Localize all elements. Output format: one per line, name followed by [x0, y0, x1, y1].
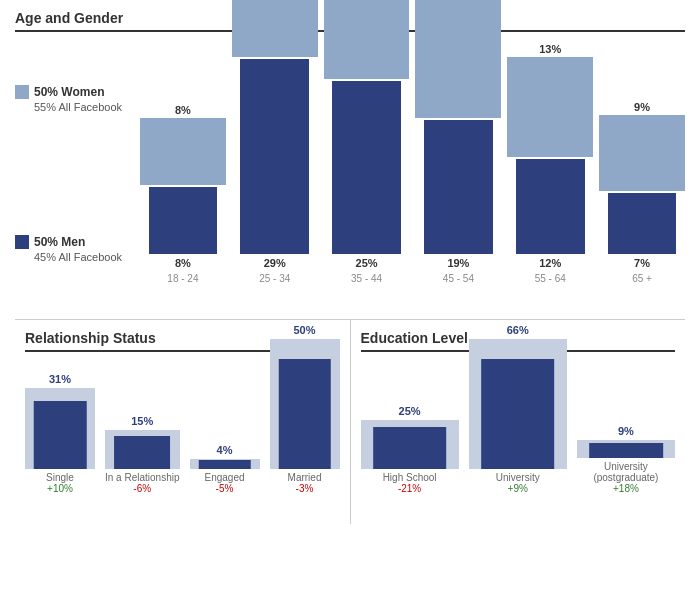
edu-bar-group-0: 25%High School-21% [361, 405, 459, 494]
women-pct-0: 8% [175, 104, 191, 116]
men-pct-1: 29% [264, 257, 286, 269]
women-swatch [15, 85, 29, 99]
edu-fg-bar-1 [481, 359, 555, 470]
women-bar-4 [507, 57, 593, 157]
rel-name-3: Married [288, 472, 322, 483]
women-legend-label: 50% Women [15, 85, 125, 99]
men-pct-4: 12% [539, 257, 561, 269]
rel-bar-group-3: 50%Married-3% [270, 324, 340, 494]
ag-legend: 50% Women 55% All Facebook 50% Men 45% A… [15, 44, 125, 304]
age-label-2: 35 - 44 [351, 273, 382, 284]
ag-chart: 8%8%18 - 2426%29%25 - 3424%25%35 - 4419%… [140, 44, 685, 304]
rel-bar-group-2: 4%Engaged-5% [190, 444, 260, 494]
women-sublabel: 55% All Facebook [34, 101, 125, 113]
women-label-text: 50% Women [34, 85, 104, 99]
edu-pct-1: 66% [507, 324, 529, 336]
age-label-1: 25 - 34 [259, 273, 290, 284]
men-legend-item: 50% Men 45% All Facebook [15, 235, 125, 263]
education-section: Education Level 25%High School-21%66%Uni… [351, 320, 686, 524]
men-pct-3: 19% [447, 257, 469, 269]
relationship-section: Relationship Status 31%Single+10%15%In a… [15, 320, 351, 524]
rel-change-2: -5% [216, 483, 234, 494]
men-pct-2: 25% [356, 257, 378, 269]
women-pct-4: 13% [539, 43, 561, 55]
edu-bar-group-1: 66%University+9% [469, 324, 567, 494]
women-pct-5: 9% [634, 101, 650, 113]
men-legend-label: 50% Men [15, 235, 125, 249]
rel-bar-group-0: 31%Single+10% [25, 373, 95, 494]
edu-fg-bar-0 [373, 427, 447, 469]
age-group-0: 8%8%18 - 24 [140, 104, 226, 284]
rel-bg-bar-1 [105, 430, 180, 469]
rel-name-0: Single [46, 472, 74, 483]
age-gender-section: Age and Gender 50% Women 55% All Faceboo… [15, 10, 685, 304]
rel-name-2: Engaged [204, 472, 244, 483]
rel-pct-1: 15% [131, 415, 153, 427]
men-bar-2 [332, 81, 401, 254]
edu-change-1: +9% [508, 483, 528, 494]
women-bar-3 [415, 0, 501, 118]
rel-bar-group-1: 15%In a Relationship-6% [105, 415, 180, 494]
rel-change-3: -3% [296, 483, 314, 494]
edu-bg-bar-1 [469, 339, 567, 469]
men-swatch [15, 235, 29, 249]
rel-fg-bar-2 [198, 460, 251, 469]
age-label-5: 65 + [632, 273, 652, 284]
age-label-0: 18 - 24 [167, 273, 198, 284]
women-bar-0 [140, 118, 226, 185]
edu-bar-group-2: 9%University (postgraduate)+18% [577, 425, 675, 494]
education-chart: 25%High School-21%66%University+9%9%Univ… [361, 364, 676, 514]
men-sublabel: 45% All Facebook [34, 251, 125, 263]
men-bar-5 [608, 193, 677, 254]
men-bar-4 [516, 159, 585, 254]
women-legend-item: 50% Women 55% All Facebook [15, 85, 125, 113]
men-pct-5: 7% [634, 257, 650, 269]
edu-name-0: High School [383, 472, 437, 483]
age-group-1: 26%29%25 - 34 [232, 0, 318, 284]
age-label-4: 55 - 64 [535, 273, 566, 284]
edu-name-1: University [496, 472, 540, 483]
relationship-chart: 31%Single+10%15%In a Relationship-6%4%En… [25, 364, 340, 514]
edu-fg-bar-2 [589, 443, 663, 458]
edu-bg-bar-0 [361, 420, 459, 469]
edu-pct-2: 9% [618, 425, 634, 437]
rel-pct-0: 31% [49, 373, 71, 385]
edu-change-0: -21% [398, 483, 421, 494]
main-container: Age and Gender 50% Women 55% All Faceboo… [0, 0, 700, 534]
bottom-row: Relationship Status 31%Single+10%15%In a… [15, 319, 685, 524]
age-group-3: 19%19%45 - 54 [415, 0, 501, 284]
men-bar-0 [149, 187, 218, 254]
age-label-3: 45 - 54 [443, 273, 474, 284]
rel-pct-2: 4% [217, 444, 233, 456]
rel-bg-bar-3 [270, 339, 340, 469]
women-bar-2 [324, 0, 410, 79]
men-bar-3 [424, 120, 493, 254]
rel-fg-bar-0 [34, 401, 87, 470]
men-pct-0: 8% [175, 257, 191, 269]
men-bar-1 [240, 59, 309, 254]
rel-fg-bar-3 [278, 359, 331, 470]
women-bar-1 [232, 0, 318, 57]
age-group-4: 13%12%55 - 64 [507, 43, 593, 284]
edu-name-2: University (postgraduate) [577, 461, 675, 483]
age-group-2: 24%25%35 - 44 [324, 0, 410, 284]
ag-content: 50% Women 55% All Facebook 50% Men 45% A… [15, 44, 685, 304]
women-bar-5 [599, 115, 685, 191]
rel-name-1: In a Relationship [105, 472, 180, 483]
rel-fg-bar-1 [114, 436, 170, 469]
edu-pct-0: 25% [399, 405, 421, 417]
men-label-text: 50% Men [34, 235, 85, 249]
rel-change-1: -6% [133, 483, 151, 494]
edu-bg-bar-2 [577, 440, 675, 458]
age-group-5: 9%7%65 + [599, 101, 685, 284]
rel-change-0: +10% [47, 483, 73, 494]
rel-bg-bar-0 [25, 388, 95, 469]
rel-pct-3: 50% [293, 324, 315, 336]
rel-bg-bar-2 [190, 459, 260, 469]
edu-change-2: +18% [613, 483, 639, 494]
